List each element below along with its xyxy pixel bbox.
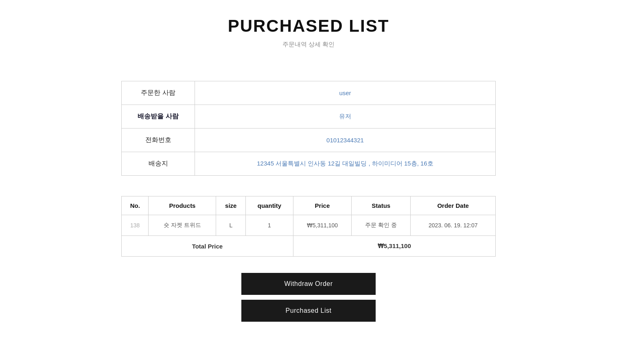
col-products: Products — [149, 196, 216, 215]
total-value: ₩5,311,100 — [293, 236, 495, 257]
total-label: Total Price — [122, 236, 293, 257]
order-price: ₩5,311,100 — [293, 215, 351, 236]
info-table: 주문한 사람 user 배송받을 사람 유저 전화번호 01012344321 … — [121, 81, 496, 176]
info-label-address: 배송지 — [122, 152, 195, 176]
withdraw-order-button[interactable]: Withdraw Order — [241, 273, 376, 295]
info-row-address: 배송지 12345 서울특별시 인사동 12길 대일빌딩 , 하이미디어 15층… — [122, 152, 496, 176]
col-status: Status — [352, 196, 411, 215]
page-subtitle: 주문내역 상세 확인 — [121, 41, 496, 48]
order-product: 숏 자켓 트위드 — [149, 215, 216, 236]
order-table-header: No. Products size quantity Price Status … — [122, 196, 496, 215]
info-value-phone: 01012344321 — [195, 129, 496, 152]
page-title: PURCHASED LIST — [121, 16, 496, 36]
info-label-recipient: 배송받을 사람 — [122, 105, 195, 129]
order-date: 2023. 06. 19. 12:07 — [411, 215, 496, 236]
info-value-address: 12345 서울특별시 인사동 12길 대일빌딩 , 하이미디어 15층, 16… — [195, 152, 496, 176]
order-status: 주문 확인 중 — [352, 215, 411, 236]
order-quantity: 1 — [246, 215, 293, 236]
info-label-phone: 전화번호 — [122, 129, 195, 152]
button-section: Withdraw Order Purchased List — [121, 273, 496, 322]
order-row: 138 숏 자켓 트위드 L 1 ₩5,311,100 주문 확인 중 2023… — [122, 215, 496, 236]
order-table: No. Products size quantity Price Status … — [121, 196, 496, 257]
col-order-date: Order Date — [411, 196, 496, 215]
col-quantity: quantity — [246, 196, 293, 215]
order-total-row: Total Price ₩5,311,100 — [122, 236, 496, 257]
info-value-recipient: 유저 — [195, 105, 496, 129]
order-size: L — [216, 215, 246, 236]
info-value-orderer: user — [195, 81, 496, 105]
info-row-phone: 전화번호 01012344321 — [122, 129, 496, 152]
order-no: 138 — [122, 215, 149, 236]
info-row-orderer: 주문한 사람 user — [122, 81, 496, 105]
info-row-recipient: 배송받을 사람 유저 — [122, 105, 496, 129]
info-label-orderer: 주문한 사람 — [122, 81, 195, 105]
col-price: Price — [293, 196, 351, 215]
col-no: No. — [122, 196, 149, 215]
purchased-list-button[interactable]: Purchased List — [241, 300, 376, 322]
col-size: size — [216, 196, 246, 215]
